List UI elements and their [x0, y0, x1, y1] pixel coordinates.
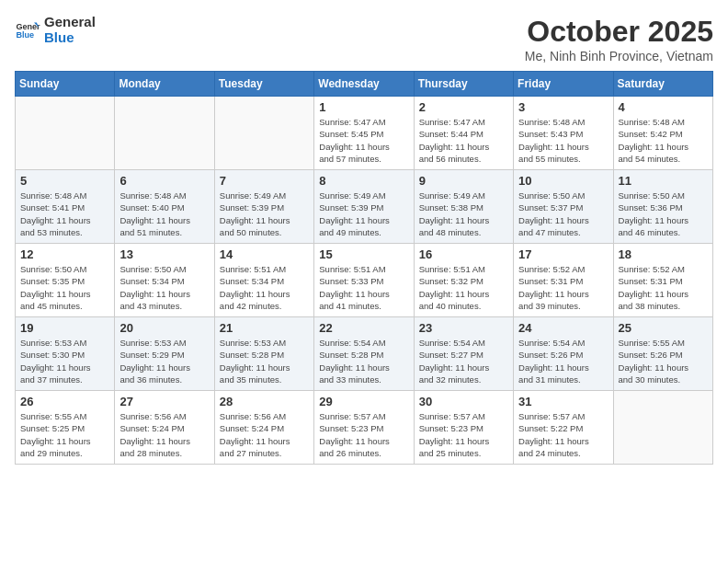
calendar-table: SundayMondayTuesdayWednesdayThursdayFrid… — [15, 71, 713, 465]
day-number: 30 — [419, 395, 508, 408]
calendar-cell: 5Sunrise: 5:48 AM Sunset: 5:41 PM Daylig… — [16, 170, 115, 244]
day-number: 18 — [619, 247, 708, 261]
calendar-cell: 23Sunrise: 5:54 AM Sunset: 5:27 PM Dayli… — [414, 317, 513, 391]
calendar-cell: 3Sunrise: 5:48 AM Sunset: 5:43 PM Daylig… — [514, 97, 613, 170]
day-info: Sunrise: 5:49 AM Sunset: 5:38 PM Dayligh… — [419, 190, 508, 238]
day-info: Sunrise: 5:48 AM Sunset: 5:41 PM Dayligh… — [20, 190, 109, 238]
calendar-cell — [613, 391, 712, 465]
day-number: 14 — [220, 247, 309, 261]
day-info: Sunrise: 5:51 AM Sunset: 5:33 PM Dayligh… — [319, 263, 408, 312]
day-info: Sunrise: 5:50 AM Sunset: 5:35 PM Dayligh… — [20, 263, 109, 312]
day-info: Sunrise: 5:50 AM Sunset: 5:34 PM Dayligh… — [119, 263, 209, 312]
calendar-cell: 21Sunrise: 5:53 AM Sunset: 5:28 PM Dayli… — [214, 317, 313, 391]
day-number: 24 — [518, 321, 608, 335]
day-info: Sunrise: 5:51 AM Sunset: 5:32 PM Dayligh… — [419, 263, 508, 312]
day-info: Sunrise: 5:54 AM Sunset: 5:26 PM Dayligh… — [518, 337, 608, 385]
day-info: Sunrise: 5:49 AM Sunset: 5:39 PM Dayligh… — [220, 190, 309, 238]
calendar-cell — [214, 97, 313, 170]
calendar-cell: 20Sunrise: 5:53 AM Sunset: 5:29 PM Dayli… — [115, 317, 214, 391]
calendar-cell: 24Sunrise: 5:54 AM Sunset: 5:26 PM Dayli… — [514, 317, 613, 391]
day-number: 1 — [319, 100, 408, 114]
day-number: 25 — [619, 321, 708, 335]
calendar-cell: 12Sunrise: 5:50 AM Sunset: 5:35 PM Dayli… — [16, 244, 115, 317]
title-block: October 2025 Me, Ninh Binh Province, Vie… — [525, 15, 713, 63]
calendar-cell: 19Sunrise: 5:53 AM Sunset: 5:30 PM Dayli… — [16, 317, 115, 391]
day-number: 19 — [20, 321, 109, 335]
day-info: Sunrise: 5:47 AM Sunset: 5:44 PM Dayligh… — [419, 116, 508, 165]
calendar-cell: 8Sunrise: 5:49 AM Sunset: 5:39 PM Daylig… — [314, 170, 414, 244]
day-number: 17 — [518, 247, 608, 261]
calendar-cell: 14Sunrise: 5:51 AM Sunset: 5:34 PM Dayli… — [214, 244, 313, 317]
calendar-cell: 18Sunrise: 5:52 AM Sunset: 5:31 PM Dayli… — [613, 244, 712, 317]
calendar-cell: 1Sunrise: 5:47 AM Sunset: 5:45 PM Daylig… — [314, 97, 414, 170]
day-number: 28 — [220, 395, 309, 408]
calendar-cell: 7Sunrise: 5:49 AM Sunset: 5:39 PM Daylig… — [214, 170, 313, 244]
calendar-cell: 30Sunrise: 5:57 AM Sunset: 5:23 PM Dayli… — [414, 391, 513, 465]
calendar-cell: 2Sunrise: 5:47 AM Sunset: 5:44 PM Daylig… — [414, 97, 513, 170]
day-number: 31 — [518, 395, 608, 408]
calendar-cell: 11Sunrise: 5:50 AM Sunset: 5:36 PM Dayli… — [613, 170, 712, 244]
day-number: 2 — [419, 100, 508, 114]
day-info: Sunrise: 5:50 AM Sunset: 5:36 PM Dayligh… — [619, 190, 708, 238]
day-number: 6 — [119, 174, 209, 188]
weekday-header-friday: Friday — [514, 72, 613, 97]
day-info: Sunrise: 5:53 AM Sunset: 5:29 PM Dayligh… — [119, 337, 209, 385]
day-info: Sunrise: 5:56 AM Sunset: 5:24 PM Dayligh… — [119, 410, 209, 459]
calendar-cell: 22Sunrise: 5:54 AM Sunset: 5:28 PM Dayli… — [314, 317, 414, 391]
day-info: Sunrise: 5:47 AM Sunset: 5:45 PM Dayligh… — [319, 116, 408, 165]
day-number: 15 — [319, 247, 408, 261]
calendar-week-row: 1Sunrise: 5:47 AM Sunset: 5:45 PM Daylig… — [16, 97, 713, 170]
day-number: 16 — [419, 247, 508, 261]
calendar-cell: 31Sunrise: 5:57 AM Sunset: 5:22 PM Dayli… — [514, 391, 613, 465]
calendar-cell: 27Sunrise: 5:56 AM Sunset: 5:24 PM Dayli… — [115, 391, 214, 465]
day-info: Sunrise: 5:51 AM Sunset: 5:34 PM Dayligh… — [220, 263, 309, 312]
day-number: 4 — [619, 100, 708, 114]
day-number: 5 — [20, 174, 109, 188]
day-info: Sunrise: 5:49 AM Sunset: 5:39 PM Dayligh… — [319, 190, 408, 238]
logo: General Blue General Blue — [15, 15, 96, 45]
calendar-week-row: 5Sunrise: 5:48 AM Sunset: 5:41 PM Daylig… — [16, 170, 713, 244]
location-title: Me, Ninh Binh Province, Vietnam — [525, 49, 713, 63]
day-info: Sunrise: 5:52 AM Sunset: 5:31 PM Dayligh… — [619, 263, 708, 312]
day-info: Sunrise: 5:57 AM Sunset: 5:23 PM Dayligh… — [419, 410, 508, 459]
calendar-cell — [16, 97, 115, 170]
calendar-week-row: 19Sunrise: 5:53 AM Sunset: 5:30 PM Dayli… — [16, 317, 713, 391]
calendar-cell: 29Sunrise: 5:57 AM Sunset: 5:23 PM Dayli… — [314, 391, 414, 465]
calendar-cell — [115, 97, 214, 170]
day-number: 22 — [319, 321, 408, 335]
weekday-header-row: SundayMondayTuesdayWednesdayThursdayFrid… — [16, 72, 713, 97]
logo-line1: General — [44, 15, 96, 30]
day-info: Sunrise: 5:48 AM Sunset: 5:43 PM Dayligh… — [518, 116, 608, 165]
day-info: Sunrise: 5:57 AM Sunset: 5:22 PM Dayligh… — [518, 410, 608, 459]
weekday-header-monday: Monday — [115, 72, 214, 97]
calendar-cell: 4Sunrise: 5:48 AM Sunset: 5:42 PM Daylig… — [613, 97, 712, 170]
day-info: Sunrise: 5:48 AM Sunset: 5:42 PM Dayligh… — [619, 116, 708, 165]
day-number: 27 — [119, 395, 209, 408]
day-number: 8 — [319, 174, 408, 188]
day-number: 3 — [518, 100, 608, 114]
day-number: 29 — [319, 395, 408, 408]
calendar-cell: 9Sunrise: 5:49 AM Sunset: 5:38 PM Daylig… — [414, 170, 513, 244]
calendar-cell: 10Sunrise: 5:50 AM Sunset: 5:37 PM Dayli… — [514, 170, 613, 244]
calendar-cell: 16Sunrise: 5:51 AM Sunset: 5:32 PM Dayli… — [414, 244, 513, 317]
day-info: Sunrise: 5:55 AM Sunset: 5:26 PM Dayligh… — [619, 337, 708, 385]
calendar-cell: 6Sunrise: 5:48 AM Sunset: 5:40 PM Daylig… — [115, 170, 214, 244]
calendar-cell: 28Sunrise: 5:56 AM Sunset: 5:24 PM Dayli… — [214, 391, 313, 465]
day-number: 10 — [518, 174, 608, 188]
day-number: 23 — [419, 321, 508, 335]
day-info: Sunrise: 5:53 AM Sunset: 5:30 PM Dayligh… — [20, 337, 109, 385]
day-number: 11 — [619, 174, 708, 188]
calendar-cell: 17Sunrise: 5:52 AM Sunset: 5:31 PM Dayli… — [514, 244, 613, 317]
calendar-week-row: 26Sunrise: 5:55 AM Sunset: 5:25 PM Dayli… — [16, 391, 713, 465]
day-info: Sunrise: 5:55 AM Sunset: 5:25 PM Dayligh… — [20, 410, 109, 459]
weekday-header-tuesday: Tuesday — [214, 72, 313, 97]
day-number: 26 — [20, 395, 109, 408]
day-info: Sunrise: 5:54 AM Sunset: 5:28 PM Dayligh… — [319, 337, 408, 385]
day-number: 13 — [119, 247, 209, 261]
calendar-week-row: 12Sunrise: 5:50 AM Sunset: 5:35 PM Dayli… — [16, 244, 713, 317]
day-number: 7 — [220, 174, 309, 188]
page-header: General Blue General Blue October 2025 M… — [15, 15, 713, 63]
month-title: October 2025 — [525, 15, 713, 49]
weekday-header-thursday: Thursday — [414, 72, 513, 97]
day-number: 12 — [20, 247, 109, 261]
